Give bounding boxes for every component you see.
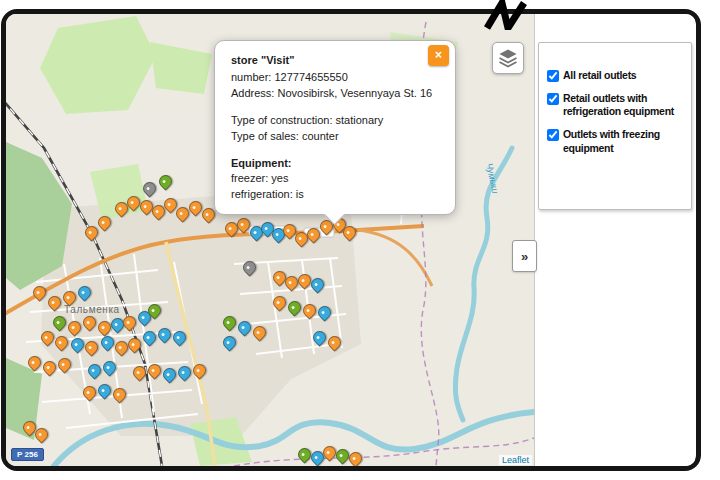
- map-marker[interactable]: [85, 361, 103, 379]
- map-marker[interactable]: [285, 298, 303, 316]
- map-marker[interactable]: [125, 335, 143, 353]
- popup-close-button[interactable]: ×: [428, 45, 449, 66]
- map-marker[interactable]: [315, 303, 333, 321]
- map-marker[interactable]: [220, 333, 238, 351]
- map-marker[interactable]: [55, 355, 73, 373]
- map-marker[interactable]: [220, 313, 238, 331]
- map-marker[interactable]: [300, 301, 318, 319]
- layers-icon: [498, 48, 518, 68]
- map-marker[interactable]: [65, 318, 83, 336]
- map-marker[interactable]: [110, 385, 128, 403]
- map-marker[interactable]: [100, 358, 118, 376]
- map-marker[interactable]: [95, 381, 113, 399]
- map-marker[interactable]: [346, 449, 364, 466]
- filter-label: Outlets with freezing equipment: [563, 128, 688, 155]
- map-marker[interactable]: [235, 318, 253, 336]
- map-marker[interactable]: [120, 313, 138, 331]
- map-marker[interactable]: [80, 383, 98, 401]
- map-marker[interactable]: [190, 361, 208, 379]
- popup-equipment-header: Equipment:: [231, 156, 439, 171]
- map-marker[interactable]: [25, 353, 43, 371]
- map-marker[interactable]: [140, 328, 158, 346]
- filter-option-refrigeration[interactable]: Retail outlets with refrigeration equipm…: [545, 92, 688, 119]
- map-marker[interactable]: [310, 328, 328, 346]
- popup-store-number: number: 127774655550: [231, 70, 439, 85]
- map-marker[interactable]: [240, 258, 258, 276]
- map-marker[interactable]: [95, 213, 113, 231]
- map-marker[interactable]: [80, 313, 98, 331]
- map-marker[interactable]: [250, 323, 268, 341]
- map-marker[interactable]: [45, 293, 63, 311]
- layers-control-button[interactable]: [492, 42, 524, 74]
- popup-store-address: Address: Novosibirsk, Vesennyaya St. 16: [231, 86, 439, 101]
- filter-checkbox-freezing[interactable]: [547, 129, 559, 141]
- app-window-content: Тальменка Чумыш Р 256 Leaflet × store "V…: [6, 14, 696, 466]
- popup-sales-type: Type of sales: counter: [231, 129, 439, 144]
- popup-construction-type: Type of construction: stationary: [231, 113, 439, 128]
- map-marker[interactable]: [175, 363, 193, 381]
- popup-freezer-line: freezer: yes: [231, 171, 439, 186]
- map-marker[interactable]: [325, 333, 343, 351]
- map-marker[interactable]: [130, 363, 148, 381]
- filter-panel: All retail outlets Retail outlets with r…: [538, 42, 692, 210]
- map-marker[interactable]: [156, 172, 174, 190]
- popup-store-title: store "Visit": [231, 53, 439, 68]
- map-marker[interactable]: [40, 358, 58, 376]
- map-marker[interactable]: [270, 293, 288, 311]
- map-marker[interactable]: [52, 333, 70, 351]
- map-marker[interactable]: [68, 335, 86, 353]
- map-marker[interactable]: [30, 283, 48, 301]
- filter-label: Retail outlets with refrigeration equipm…: [563, 92, 688, 119]
- map-marker[interactable]: [160, 365, 178, 383]
- filter-checkbox-all-outlets[interactable]: [547, 70, 559, 82]
- store-popup: × store "Visit" number: 127774655550 Add…: [214, 40, 456, 215]
- map-marker[interactable]: [140, 179, 158, 197]
- sidebar: All retail outlets Retail outlets with r…: [534, 14, 695, 466]
- map-marker[interactable]: [170, 328, 188, 346]
- popup-refrigeration-line: refrigeration: is: [231, 187, 439, 202]
- map-marker[interactable]: [145, 361, 163, 379]
- app-window: Тальменка Чумыш Р 256 Leaflet × store "V…: [1, 9, 701, 471]
- map[interactable]: Тальменка Чумыш Р 256 Leaflet × store "V…: [6, 14, 534, 466]
- leaflet-attribution-link[interactable]: Leaflet: [499, 455, 532, 465]
- filter-option-all-outlets[interactable]: All retail outlets: [545, 69, 688, 83]
- sidebar-collapse-button[interactable]: »: [512, 240, 537, 272]
- map-marker[interactable]: [50, 313, 68, 331]
- map-marker[interactable]: [60, 288, 78, 306]
- map-marker[interactable]: [82, 338, 100, 356]
- map-marker[interactable]: [75, 283, 93, 301]
- filter-checkbox-refrigeration[interactable]: [547, 93, 559, 105]
- map-marker[interactable]: [155, 325, 173, 343]
- filter-label: All retail outlets: [563, 69, 636, 83]
- filter-option-freezing[interactable]: Outlets with freezing equipment: [545, 128, 688, 155]
- frame-notch-decoration: [483, 0, 531, 30]
